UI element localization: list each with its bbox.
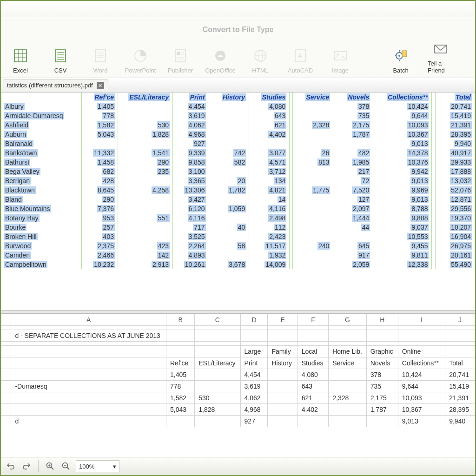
spreadsheet-preview-pane[interactable]: ABCDEFGHIJd - SEPARATE COLLECTIONS AS AT… [1, 314, 475, 460]
col-header[interactable]: I [398, 314, 445, 326]
sheet-cell[interactable] [268, 416, 298, 427]
row-header[interactable] [1, 416, 11, 427]
sheet-cell[interactable] [195, 330, 240, 342]
row-header[interactable] [1, 326, 11, 330]
sheet-cell[interactable]: Family [268, 346, 298, 357]
sheet-cell[interactable]: Studies [298, 357, 328, 369]
splitter[interactable] [1, 310, 475, 314]
sheet-cell[interactable] [166, 326, 194, 330]
sheet-cell[interactable] [195, 381, 240, 392]
sheet-cell[interactable] [240, 326, 268, 330]
sheet-cell[interactable]: 9,013 [398, 416, 445, 427]
sheet-cell[interactable]: 4,968 [240, 404, 268, 416]
sheet-cell[interactable]: Collections** [398, 357, 445, 369]
sheet-cell[interactable] [329, 404, 366, 416]
sheet-cell[interactable]: 1,405 [166, 369, 194, 381]
sheet-cell[interactable] [166, 342, 194, 346]
col-header[interactable]: A [11, 314, 166, 326]
sheet-cell[interactable]: 4,062 [240, 392, 268, 404]
zoom-in-button[interactable] [44, 460, 56, 472]
sheet-cell[interactable] [445, 346, 475, 357]
sheet-cell[interactable] [298, 342, 328, 346]
sheet-cell[interactable]: 1,787 [366, 404, 398, 416]
sheet-cell[interactable]: 4,080 [298, 369, 328, 381]
sheet-cell[interactable] [298, 326, 328, 330]
close-icon[interactable]: ✕ [97, 82, 104, 89]
ribbon-excel-button[interactable]: Excel [5, 46, 36, 76]
sheet-cell[interactable] [329, 342, 366, 346]
sheet-cell[interactable]: d [11, 416, 166, 427]
sheet-cell[interactable] [195, 416, 240, 427]
sheet-cell[interactable]: 643 [298, 381, 328, 392]
sheet-cell[interactable]: Graphic [366, 346, 398, 357]
sheet-cell[interactable]: 5,043 [166, 404, 194, 416]
sheet-cell[interactable]: 20,741 [445, 369, 475, 381]
sheet-cell[interactable]: ESL/Literacy [195, 357, 240, 369]
col-header[interactable]: G [329, 314, 366, 326]
sheet-cell[interactable]: Online [398, 346, 445, 357]
sheet-cell[interactable] [366, 342, 398, 346]
sheet-cell[interactable] [298, 416, 328, 427]
sheet-cell[interactable]: 778 [166, 381, 194, 392]
sheet-cell[interactable] [398, 326, 445, 330]
sheet-cell[interactable] [240, 330, 268, 342]
pdf-preview-pane[interactable]: Ref'ceESL/LiteracyPrintHistoryStudiesSer… [1, 93, 475, 310]
row-header[interactable] [1, 346, 11, 357]
sheet-cell[interactable] [195, 342, 240, 346]
sheet-cell[interactable]: 10,367 [398, 404, 445, 416]
sheet-cell[interactable] [11, 326, 166, 330]
ribbon-csv-button[interactable]: CSV [45, 46, 76, 76]
col-header[interactable]: J [445, 314, 475, 326]
sheet-cell[interactable] [11, 357, 166, 369]
sheet-cell[interactable] [268, 404, 298, 416]
sheet-cell[interactable]: 927 [240, 416, 268, 427]
sheet-cell[interactable]: 28,395 [445, 404, 475, 416]
sheet-cell[interactable] [268, 330, 298, 342]
col-header[interactable]: H [366, 314, 398, 326]
sheet-cell[interactable]: 1,582 [166, 392, 194, 404]
row-header[interactable] [1, 381, 11, 392]
sheet-cell[interactable]: 9,644 [398, 381, 445, 392]
sheet-cell[interactable] [11, 346, 166, 357]
sheet-cell[interactable]: -Dumaresq [11, 381, 166, 392]
sheet-cell[interactable]: Novels [366, 357, 398, 369]
row-header[interactable] [1, 357, 11, 369]
sheet-cell[interactable] [329, 369, 366, 381]
sheet-cell[interactable] [445, 330, 475, 342]
sheet-cell[interactable]: History [268, 357, 298, 369]
sheet-cell[interactable] [366, 326, 398, 330]
sheet-cell[interactable] [366, 416, 398, 427]
sheet-cell[interactable]: Local [298, 346, 328, 357]
sheet-cell[interactable]: 4,402 [298, 404, 328, 416]
sheet-cell[interactable]: 10,093 [398, 392, 445, 404]
col-header[interactable]: B [166, 314, 194, 326]
row-header[interactable] [1, 342, 11, 346]
sheet-cell[interactable] [195, 326, 240, 330]
sheet-cell[interactable]: Service [329, 357, 366, 369]
sheet-cell[interactable]: 735 [366, 381, 398, 392]
redo-button[interactable] [20, 460, 33, 472]
sheet-cell[interactable]: Total [445, 357, 475, 369]
zoom-select[interactable]: 100% ▾ [76, 460, 119, 472]
sheet-cell[interactable] [445, 342, 475, 346]
sheet-cell[interactable]: 9,940 [445, 416, 475, 427]
sheet-cell[interactable]: 530 [195, 392, 240, 404]
sheet-cell[interactable] [11, 369, 166, 381]
sheet-cell[interactable] [166, 330, 194, 342]
sheet-cell[interactable] [329, 381, 366, 392]
sheet-cell[interactable] [166, 346, 194, 357]
col-header[interactable]: D [240, 314, 268, 326]
sheet-cell[interactable] [195, 346, 240, 357]
sheet-cell[interactable] [268, 392, 298, 404]
sheet-cell[interactable] [398, 330, 445, 342]
sheet-cell[interactable] [298, 330, 328, 342]
sheet-cell[interactable]: Large [240, 346, 268, 357]
sheet-cell[interactable] [195, 369, 240, 381]
sheet-cell[interactable] [268, 326, 298, 330]
sheet-cell[interactable]: 378 [366, 369, 398, 381]
zoom-out-button[interactable] [60, 460, 72, 472]
sheet-cell[interactable] [11, 342, 166, 346]
row-header[interactable] [1, 404, 11, 416]
sheet-cell[interactable] [329, 330, 366, 342]
sheet-cell[interactable] [268, 381, 298, 392]
